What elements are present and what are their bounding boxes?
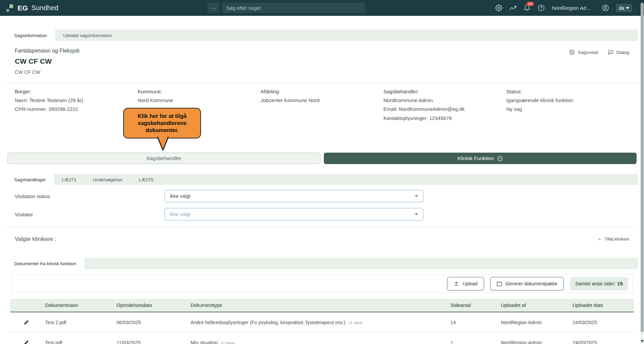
afdeling-value: Jobcenter Kommune Nord (261, 97, 383, 104)
scrollbar-thumb[interactable] (641, 3, 644, 332)
pencil-icon (24, 340, 29, 344)
header-uploadet-dato: Uploadet dato (570, 303, 634, 308)
tooltip-callout: Klik her for at tilgå sagsbehandlerens d… (123, 108, 201, 138)
sagsbehandler-label: Sagsbehandler: (383, 89, 506, 94)
sagsbehandler-name: NordKommune Admin (383, 97, 506, 104)
scrollbar-down-arrow[interactable] (641, 340, 644, 343)
visitator-placeholder: Ikke valgt (170, 212, 415, 217)
cell-dokumentnavn[interactable]: Test 2.pdf (42, 320, 114, 325)
circled-arrow-up-icon (497, 156, 503, 161)
eg-logo-icon (5, 4, 14, 12)
sagsnotat-button[interactable]: Sagsnotat (569, 49, 598, 55)
sagsnotat-label: Sagsnotat (578, 50, 598, 55)
current-user-name[interactable]: NordRegion Ad... (552, 5, 590, 11)
cell-uploadet-dato: 24/03/2025 (570, 340, 634, 344)
edit-document-button[interactable] (10, 340, 42, 344)
tab-udvidet-sagsinformation[interactable]: Udvidet sagsinformation (55, 30, 120, 41)
app-logo[interactable]: EG Sundhed (5, 4, 58, 12)
borger-name: Navn: Testine Testesen (29 år) (15, 97, 138, 104)
cell-uploadet-af: NordRegion Admin (498, 320, 570, 325)
klinisk-funktion-label: Klinisk Funktion (457, 155, 494, 161)
language-selector[interactable]: da (616, 4, 632, 12)
notifications-button[interactable]: 111 (523, 4, 531, 11)
kommune-label: Kommune: (138, 89, 261, 94)
visitator-label: Visitator (15, 212, 164, 217)
upload-label: Upload (463, 281, 477, 286)
sagsbehandler-email: Email: NordKommuneAdmin@eg.dk (383, 106, 506, 113)
dokumenttype-more[interactable]: +1 mere (221, 341, 235, 344)
info-afdeling: Afdeling: Jobcenter Kommune Nord (261, 89, 383, 153)
borger-cpr: CPR-nummer: 260296-2222 (15, 106, 138, 113)
cell-sideantal: 1 (448, 340, 498, 344)
dokumenttype-text: Min situation (191, 340, 218, 344)
total-pages-badge: Samlet antal sider: 15 (570, 277, 628, 290)
case-tabstrip: Sagsinformation Udvidet sagsinformation (6, 30, 638, 41)
dokumenttype-text: Andre helbredsoplysninger (Fx psykolog, … (191, 320, 345, 325)
kommune-value: Nord Kommune (138, 97, 261, 104)
app-root: EG Sundhed ··· 111 NordRegion Ad... da (0, 0, 644, 344)
documents-toolbar: Upload Generer dokumentpakke Samlet anta… (11, 275, 633, 293)
afdeling-label: Afdeling: (261, 89, 383, 94)
case-actions: Sagsnotat Dialog (569, 49, 629, 55)
cell-sideantal: 14 (448, 320, 498, 325)
chat-icon (608, 49, 614, 55)
more-options-button[interactable]: ··· (207, 3, 219, 13)
cell-dokumenttype: Min situation +1 mere (188, 340, 448, 344)
cell-dokumentnavn[interactable]: Test.pdf (42, 340, 114, 344)
generer-dokumentpakke-button[interactable]: Generer dokumentpakke (490, 277, 564, 290)
generer-dokumentpakke-label: Generer dokumentpakke (506, 281, 557, 286)
tab-sagshandlinger[interactable]: Sagshandlinger (6, 174, 54, 185)
klinisk-funktion-button[interactable]: Klinisk Funktion (324, 153, 637, 164)
tab-undersogelser[interactable]: Undersøgelser (84, 174, 131, 185)
tab-lae275[interactable]: LÆ275 (131, 174, 162, 185)
sagsbehandler-contact: Kontaktoplysninger: 12345678 (383, 115, 506, 122)
visitation-status-label: Visitation status (15, 193, 164, 199)
borger-label: Borger: (15, 89, 138, 94)
chevron-down-icon (626, 7, 629, 9)
header-sideantal: Sideantal (448, 303, 498, 308)
edit-document-button[interactable] (10, 319, 42, 325)
table-row: Test 2.pdf 06/03/2025 Andre helbredsoply… (10, 312, 634, 333)
chevron-down-icon (415, 213, 418, 215)
case-header: Førtidspension og Fleksjob CW CF CW CW C… (6, 41, 638, 83)
dialog-label: Dialog (616, 50, 629, 55)
activity-trend-icon[interactable] (509, 4, 516, 11)
role-buttons-row: Sagsbehandler Klinisk Funktion (6, 153, 638, 164)
table-row: Test.pdf 11/03/2025 Min situation +1 mer… (10, 333, 634, 344)
brand-eg: EG (18, 4, 28, 12)
tab-sagsinformation[interactable]: Sagsinformation (6, 30, 55, 41)
brand-product: Sundhed (31, 4, 58, 12)
header-oprindelsesdato: Oprindelsesdato (114, 303, 188, 308)
search-input[interactable] (222, 3, 365, 13)
language-value: da (619, 5, 624, 11)
settings-gear-icon[interactable] (495, 4, 502, 11)
tooltip-text: Klik her for at tilgå sagsbehandlerens d… (138, 113, 187, 133)
tab-lae271[interactable]: LÆ271 (54, 174, 85, 185)
visitator-row: Visitator Ikke valgt (15, 208, 629, 221)
header-dokumentnavn: Dokumentnavn (42, 303, 114, 308)
cell-oprindelsesdato: 11/03/2025 (114, 340, 188, 344)
info-sagsbehandler: Sagsbehandler: NordKommune Admin Email: … (383, 89, 506, 153)
status-value2: Ny sag (506, 106, 629, 113)
case-info-grid: Borger: Navn: Testine Testesen (29 år) C… (6, 83, 638, 153)
action-tabstrip: Sagshandlinger LÆ271 Undersøgelser LÆ275 (6, 174, 638, 185)
total-pages-value: 15 (617, 281, 623, 286)
tilfoj-klinikere-button[interactable]: Tilføj klinikere (597, 237, 629, 242)
cell-oprindelsesdato: 06/03/2025 (114, 320, 188, 325)
visitation-form: Visitation status Ikke valgt Visitator I… (6, 185, 638, 227)
help-icon[interactable] (538, 4, 545, 11)
tab-dokumenter-fra-klinisk-funktion[interactable]: Dokumenter fra klinisk funktion (6, 258, 84, 269)
valgte-klinikere-label: Valgte klinikere : (15, 236, 56, 243)
dialog-button[interactable]: Dialog (608, 49, 629, 55)
main-content: Sagsinformation Udvidet sagsinformation … (6, 30, 638, 344)
sagsbehandler-button[interactable]: Sagsbehandler (7, 153, 320, 164)
visitator-select[interactable]: Ikke valgt (164, 208, 423, 221)
case-header-titles: Førtidspension og Fleksjob CW CF CW CW C… (15, 48, 79, 75)
account-person-icon[interactable] (602, 4, 609, 11)
dokumenttype-more[interactable]: +1 mere (348, 321, 363, 325)
visitation-status-select[interactable]: Ikke valgt (164, 190, 423, 202)
nav-search-group: ··· (207, 3, 365, 13)
nav-right-group: 111 NordRegion Ad... da (495, 4, 632, 12)
upload-button[interactable]: Upload (447, 277, 484, 290)
case-subtitle: CW CF CW (15, 69, 79, 75)
